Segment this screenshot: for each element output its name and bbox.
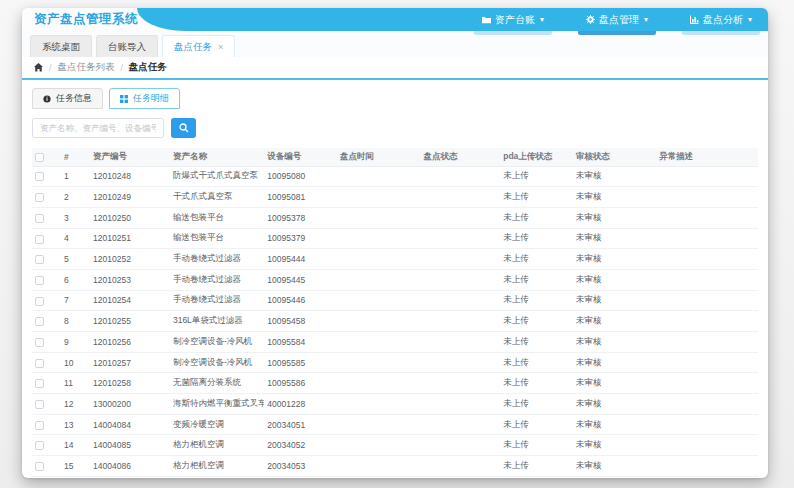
row-checkbox[interactable] [35,297,44,306]
cell-pda-status: 未上传 [500,311,573,332]
row-checkbox[interactable] [35,193,44,202]
cell-remark [656,290,758,311]
cell-check-status [420,352,500,373]
subtab-task-info[interactable]: 任务信息 [32,88,103,109]
cell-index: 14 [61,435,90,456]
subtab-label: 任务明细 [133,89,169,108]
app-header: 资产盘点管理系统 资产台账 ▾ 盘点管理 ▾ 盘点分析 [22,8,768,31]
cell-device-no: 10095586 [264,373,337,394]
cell-index: 8 [61,311,90,332]
table-row: 1213000200海斯特内燃平衡重式叉车40001228未上传未审核 [32,394,758,415]
cell-remark [656,435,758,456]
row-checkbox[interactable] [35,441,44,450]
cell-remark [656,414,758,435]
tab-system-desktop[interactable]: 系统桌面 [30,35,92,57]
row-checkbox[interactable] [35,317,44,326]
cell-asset-no: 12010252 [90,249,170,270]
cell-asset-name: 手动卷绕式过滤器 [170,249,264,270]
breadcrumb-task-list[interactable]: 盘点任务列表 [57,61,114,74]
chevron-down-icon: ▾ [748,15,752,24]
column-header-0: # [61,148,90,166]
cell-index: 2 [61,187,90,208]
home-icon[interactable] [34,63,43,72]
cell-audit-status: 未审核 [573,394,656,415]
cell-asset-no: 12010254 [90,290,170,311]
info-circle-icon [43,95,51,103]
cell-asset-name: 制冷空调设备-冷风机 [170,352,264,373]
cell-remark [656,373,758,394]
cell-check-status [420,290,500,311]
tab-ledger-import[interactable]: 台账导入 [96,35,158,57]
cell-check-time [337,187,420,208]
row-checkbox-cell [32,290,61,311]
nav-item-inventory-analysis[interactable]: 盘点分析 ▾ [690,8,752,31]
row-checkbox[interactable] [35,214,44,223]
table-row: 512010252手动卷绕式过滤器10095444未上传未审核 [32,249,758,270]
cell-asset-no: 12010251 [90,228,170,249]
column-header-5: 盘点状态 [420,148,500,166]
table-row: 812010255316L单袋式过滤器10095458未上传未审核 [32,311,758,332]
search-icon [179,121,189,136]
subtab-task-detail[interactable]: 任务明细 [109,88,180,109]
row-checkbox[interactable] [35,462,44,471]
table-row: 1314004084变频冷暖空调20034051未上传未审核 [32,414,758,435]
row-checkbox[interactable] [35,255,44,264]
cell-check-status [420,187,500,208]
cell-check-time [337,207,420,228]
cell-device-no: 20034052 [264,435,337,456]
tab-label: 台账导入 [108,37,146,57]
cell-device-no: 10095445 [264,269,337,290]
cell-check-time [337,290,420,311]
cell-audit-status: 未审核 [573,311,656,332]
cell-audit-status: 未审核 [573,249,656,270]
cell-asset-name: 防爆式干式爪式真空泵 [170,166,264,187]
select-all-checkbox[interactable] [35,153,44,162]
cell-pda-status: 未上传 [500,249,573,270]
table-row: 912010256制冷空调设备-冷风机10095584未上传未审核 [32,332,758,353]
row-checkbox-cell [32,373,61,394]
cell-device-no: 10095081 [264,187,337,208]
cell-pda-status: 未上传 [500,352,573,373]
table-row: 1112010258无菌隔离分装系统10095586未上传未审核 [32,373,758,394]
cell-pda-status: 未上传 [500,228,573,249]
cell-check-status [420,207,500,228]
header-checkbox-cell [32,148,61,166]
search-input[interactable] [32,118,164,138]
row-checkbox-cell [32,414,61,435]
cell-index: 5 [61,249,90,270]
row-checkbox[interactable] [35,235,44,244]
table-row: 1414004085格力柜机空调20034052未上传未审核 [32,435,758,456]
table-row: 1514004086格力柜机空调20034053未上传未审核 [32,456,758,477]
column-header-2: 资产名称 [170,148,264,166]
cell-asset-name: 316L单袋式过滤器 [170,311,264,332]
cell-audit-status: 未审核 [573,228,656,249]
row-checkbox[interactable] [35,172,44,181]
cell-index: 13 [61,414,90,435]
nav-item-inventory-management[interactable]: 盘点管理 ▾ [586,8,648,31]
cell-asset-no: 12010257 [90,352,170,373]
close-icon[interactable]: × [218,37,223,57]
cell-check-status [420,269,500,290]
row-checkbox[interactable] [35,379,44,388]
cell-audit-status: 未审核 [573,207,656,228]
row-checkbox[interactable] [35,276,44,285]
row-checkbox[interactable] [35,421,44,430]
cell-remark [656,228,758,249]
nav-item-asset-ledger[interactable]: 资产台账 ▾ [482,8,544,31]
row-checkbox[interactable] [35,400,44,409]
cell-audit-status: 未审核 [573,290,656,311]
row-checkbox[interactable] [35,338,44,347]
row-checkbox[interactable] [35,359,44,368]
app-window: 资产盘点管理系统 资产台账 ▾ 盘点管理 ▾ 盘点分析 [22,8,768,478]
tab-inventory-task[interactable]: 盘点任务 × [162,35,235,57]
cell-check-time [337,249,420,270]
table-row: 1012010257制冷空调设备-冷风机10095585未上传未审核 [32,352,758,373]
column-header-8: 异常描述 [656,148,758,166]
cell-index: 1 [61,166,90,187]
cell-index: 10 [61,352,90,373]
cell-check-time [337,435,420,456]
search-row [32,118,758,138]
cell-device-no: 20034053 [264,456,337,477]
cell-remark [656,269,758,290]
search-button[interactable] [171,118,196,138]
